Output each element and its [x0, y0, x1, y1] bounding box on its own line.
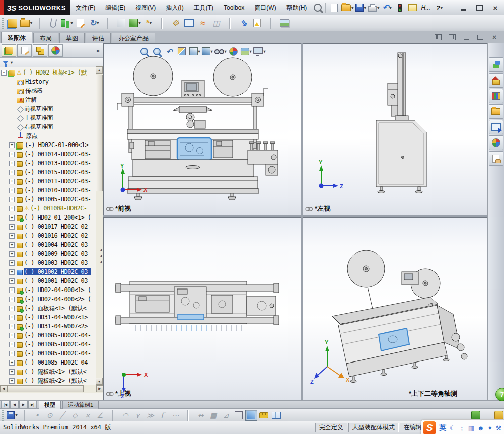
- wireframe-display-icon[interactable]: [233, 410, 245, 421]
- tree-item[interactable]: + (-) 001014-HD02C-03-: [0, 150, 96, 159]
- arc-icon[interactable]: ◠: [119, 410, 131, 421]
- sketch-line-icon[interactable]: ╱: [56, 410, 68, 421]
- expand-toggle[interactable]: +: [9, 251, 15, 257]
- assembly-features-icon[interactable]: ▾: [128, 17, 141, 30]
- tray-icon-green[interactable]: [471, 411, 480, 420]
- viewport-front[interactable]: ↶▾▾▾▾▾: [103, 43, 301, 215]
- expand-toggle[interactable]: +: [9, 269, 15, 275]
- scroll-down-button[interactable]: ▼: [96, 378, 103, 385]
- restore-button[interactable]: [474, 4, 485, 12]
- tree-item[interactable]: + (-) 001013-HD02C-03-: [0, 159, 96, 168]
- tree-vertical-scrollbar[interactable]: ▲ ▼: [96, 66, 103, 385]
- save-icon[interactable]: ▾: [354, 2, 367, 14]
- design-library-icon[interactable]: [489, 89, 503, 103]
- expand-toggle[interactable]: +: [9, 315, 15, 320]
- edit-component-icon[interactable]: [74, 17, 87, 30]
- tree-item[interactable]: + (-) 001010-HD02C-03-: [0, 186, 96, 195]
- tree-item[interactable]: 传感器: [0, 86, 96, 95]
- expand-toggle[interactable]: +: [9, 351, 15, 356]
- view-orientation-icon[interactable]: ▾: [189, 45, 200, 57]
- toolbar-grip[interactable]: [2, 410, 4, 421]
- viewport-top[interactable]: X Z *上视: [103, 217, 301, 400]
- tree-item[interactable]: + (-) HD31-04-W007<2>: [0, 322, 96, 331]
- tree-item[interactable]: + (-) 001085-HD02C-04-: [0, 331, 96, 340]
- custom-properties-icon[interactable]: [489, 151, 503, 166]
- command-tab[interactable]: 办公室产品: [112, 33, 155, 43]
- motion-nav-button[interactable]: ▶: [19, 401, 28, 408]
- expand-toggle[interactable]: -: [1, 70, 7, 76]
- ime-language-mode[interactable]: 英: [439, 423, 446, 432]
- expand-toggle[interactable]: +: [9, 287, 15, 293]
- search-icon[interactable]: [312, 2, 324, 14]
- tree-item[interactable]: + (-) HD02-01-200<1> (: [0, 213, 96, 222]
- zoom-to-area-icon[interactable]: [151, 45, 162, 57]
- show-hidden-components-icon[interactable]: [115, 17, 128, 30]
- minimize-button[interactable]: [458, 4, 469, 12]
- expand-toggle[interactable]: +: [9, 197, 15, 202]
- smart-dimension-icon[interactable]: ↔: [195, 410, 207, 421]
- tree-item[interactable]: + (-) 001011-HD02C-03-: [0, 177, 96, 186]
- edit-appearance-icon[interactable]: [228, 45, 239, 57]
- save-icon[interactable]: ▾: [6, 410, 18, 421]
- mirror-entities-icon[interactable]: ⋎: [132, 410, 144, 421]
- motion-gear-icon[interactable]: ⚙: [169, 17, 182, 30]
- expand-toggle[interactable]: +: [9, 260, 15, 266]
- rebuild-traffic-icon[interactable]: [394, 2, 406, 14]
- scroll-thumb[interactable]: [96, 75, 103, 191]
- tree-item[interactable]: + (-) 001085-HD02C-04-: [0, 349, 96, 358]
- tree-item[interactable]: 注解: [0, 95, 96, 104]
- doc-close-button[interactable]: ×: [490, 33, 499, 41]
- expand-toggle[interactable]: +: [9, 224, 15, 230]
- command-tab[interactable]: 装配体: [1, 32, 32, 43]
- scroll-right-button[interactable]: ▶: [96, 385, 103, 392]
- tree-item[interactable]: + (-) HD31-04-W007<1>: [0, 313, 96, 322]
- spline-icon[interactable]: ⋯: [170, 410, 182, 421]
- expand-toggle[interactable]: +: [9, 333, 15, 338]
- chevron-more-icon[interactable]: »: [96, 47, 100, 54]
- tree-item[interactable]: + (-) HD02-04-000<2> (: [0, 295, 96, 304]
- tree-item[interactable]: 原点: [0, 131, 96, 140]
- tree-item[interactable]: - ⚠ (-) HD02-机架<1> (默: [0, 68, 96, 77]
- expand-toggle[interactable]: +: [9, 152, 15, 157]
- help-icon[interactable]: ?▾: [433, 2, 445, 14]
- open-icon[interactable]: ▾: [341, 2, 353, 14]
- motion-nav-button[interactable]: ◀: [10, 401, 19, 408]
- chamfer-icon[interactable]: ∠: [94, 410, 106, 421]
- sketch-polygon-icon[interactable]: ◇: [69, 410, 81, 421]
- display-style-icon[interactable]: ▾: [201, 45, 212, 57]
- measure-icon[interactable]: [258, 410, 270, 421]
- expand-toggle[interactable]: +: [9, 324, 15, 329]
- tree-item[interactable]: + (-) 面板箱<1> (默认<: [0, 304, 96, 313]
- doc-minimize-button[interactable]: [462, 33, 471, 41]
- tree-item[interactable]: + (-) 001016-HD02C-02-: [0, 231, 96, 240]
- expand-toggle[interactable]: +: [9, 170, 15, 175]
- expand-toggle[interactable]: +: [9, 278, 15, 284]
- expand-toggle[interactable]: +: [9, 179, 15, 184]
- menu-item[interactable]: Toolbox: [219, 1, 249, 15]
- skin-icon[interactable]: ✦: [487, 425, 493, 431]
- expand-toggle[interactable]: +: [9, 369, 15, 375]
- shaded-display-icon[interactable]: [245, 410, 257, 421]
- top-view-drawing[interactable]: X Z: [104, 218, 301, 400]
- viewport-isometric[interactable]: Y Z X *上下二等角轴测: [303, 217, 487, 400]
- chevron-down-icon[interactable]: ▾: [11, 60, 13, 65]
- help-more-button[interactable]: H...: [420, 2, 432, 14]
- grid-snap-icon[interactable]: ▦: [207, 410, 220, 421]
- expand-toggle[interactable]: +: [9, 142, 15, 148]
- menu-item[interactable]: 文件(F): [70, 1, 100, 15]
- user-icon[interactable]: ☻: [477, 425, 484, 431]
- tree-item[interactable]: + (-) 001009-HD02C-03-: [0, 249, 96, 258]
- tree-item[interactable]: + ⚠ (-) 001008-HD02C-: [0, 204, 96, 213]
- sogou-logo[interactable]: S: [423, 421, 436, 434]
- expand-toggle[interactable]: +: [9, 378, 15, 384]
- viewport-left[interactable]: Y Z *左视: [303, 43, 487, 215]
- tree-item[interactable]: + (-) 001085-HD02C-04-: [0, 358, 96, 367]
- corner-rectangle-icon[interactable]: Γ: [157, 410, 169, 421]
- menu-item[interactable]: 视图(V): [130, 1, 161, 15]
- menu-item[interactable]: 工具(T): [189, 1, 219, 15]
- moon-icon[interactable]: ☾: [450, 425, 456, 431]
- scroll-left-button[interactable]: ◀: [0, 385, 7, 392]
- undo-icon[interactable]: ↶▾: [381, 2, 393, 14]
- hide-show-items-icon[interactable]: ▾: [214, 45, 226, 57]
- print-icon[interactable]: ▾: [368, 2, 380, 14]
